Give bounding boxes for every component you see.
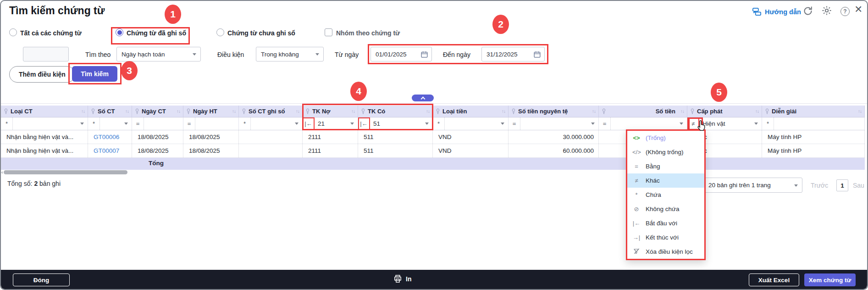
col-header-ngay-ct[interactable]: Ngày CT ↑↓	[132, 106, 183, 117]
col-header-cap-phat[interactable]: Cấp phát ↑↓	[687, 106, 762, 117]
menu-item-not-blank[interactable]: </> (Không trống)	[627, 145, 704, 159]
menu-item-clear-filter[interactable]: Xóa điều kiện lọc	[627, 245, 704, 259]
radio-posted-documents[interactable]	[116, 28, 123, 36]
filter-operator-contains[interactable]: *	[433, 117, 445, 130]
chevron-down-icon[interactable]	[350, 123, 354, 125]
dieu-kien-select[interactable]: Trong khoảng	[256, 47, 324, 61]
refresh-icon[interactable]	[802, 6, 813, 17]
gear-icon[interactable]	[821, 5, 832, 16]
chevron-down-icon[interactable]	[591, 123, 595, 125]
from-date-input[interactable]: 01/01/2025	[370, 47, 432, 61]
collapse-panel-button[interactable]	[412, 95, 434, 101]
filter-operator-equals[interactable]: =	[183, 117, 195, 130]
pin-icon[interactable]	[361, 108, 365, 114]
calendar-icon[interactable]	[533, 50, 541, 58]
sort-icon[interactable]: ↑↓	[680, 109, 684, 114]
col-header-tk-no[interactable]: TK Nợ ↑↓	[303, 106, 358, 117]
filter-operator-contains[interactable]: *	[762, 117, 774, 130]
page-size-select[interactable]: 20 bản ghi trên 1 trang	[703, 178, 802, 193]
sort-icon[interactable]: ↑↓	[296, 109, 299, 114]
sort-icon[interactable]: ↑↓	[858, 109, 862, 114]
pin-icon[interactable]	[690, 108, 695, 114]
sort-icon[interactable]: ↑↓	[592, 109, 596, 114]
pin-icon[interactable]	[135, 108, 139, 114]
filter-operator-contains[interactable]: *	[88, 117, 100, 130]
filter-loai-ct[interactable]: *	[1, 117, 88, 130]
filter-operator-contains[interactable]: *	[1, 117, 13, 130]
scroll-left-icon[interactable]	[1, 171, 3, 174]
search-value-input[interactable]	[23, 47, 69, 61]
filter-operator-equals[interactable]: =	[599, 117, 611, 130]
calendar-icon[interactable]	[420, 50, 428, 58]
prev-page-button[interactable]: Trước	[811, 182, 828, 189]
add-condition-button[interactable]: Thêm điều kiện	[9, 66, 75, 83]
filter-value[interactable]: Hiện vật	[699, 120, 725, 127]
sort-icon[interactable]: ↑↓	[177, 109, 180, 114]
filter-so-tien-nguyen-te[interactable]: =	[509, 117, 599, 130]
guide-link[interactable]: Hướng dẫn	[752, 7, 801, 17]
pin-icon[interactable]	[91, 108, 95, 114]
close-icon[interactable]: ×	[855, 2, 862, 17]
sort-icon[interactable]: ↑↓	[125, 109, 129, 114]
filter-loai-tien[interactable]: *	[433, 117, 509, 130]
filter-so-ct[interactable]: *	[88, 117, 132, 130]
table-row[interactable]: Nhận bằng hiện vật và... GT00007 18/08/2…	[1, 144, 865, 158]
view-document-button[interactable]: Xem chứng từ	[804, 273, 856, 286]
chevron-down-icon[interactable]	[680, 123, 683, 125]
filter-value[interactable]: 21	[315, 120, 325, 127]
sort-icon[interactable]: ↑↓	[81, 109, 85, 114]
filter-operator-equals[interactable]: =	[509, 117, 520, 130]
filter-ngay-ct[interactable]: =	[132, 117, 183, 130]
close-button[interactable]: Đóng	[13, 273, 70, 286]
col-header-loai-ct[interactable]: Loại CT ↑↓	[1, 106, 88, 117]
filter-operator-equals[interactable]: =	[132, 117, 144, 130]
menu-item-ends-with[interactable]: →| Kết thúc với	[627, 230, 704, 245]
menu-item-starts-with[interactable]: |← Bắt đầu với	[627, 216, 704, 230]
sort-icon[interactable]: ↑↓	[351, 109, 355, 114]
cell-so-ct-link[interactable]: GT00007	[88, 144, 132, 157]
filter-dien-giai[interactable]: *	[762, 117, 865, 130]
chevron-down-icon[interactable]	[501, 123, 504, 125]
filter-value[interactable]: 51	[370, 120, 380, 127]
horizontal-scrollbar[interactable]	[4, 170, 127, 174]
sort-icon[interactable]: ↑↓	[755, 109, 759, 114]
print-button[interactable]: In	[393, 274, 411, 283]
sort-icon[interactable]: ↑↓	[426, 109, 430, 114]
chevron-down-icon[interactable]	[124, 123, 128, 125]
radio-all-documents[interactable]	[9, 28, 17, 36]
menu-item-not-contains[interactable]: ⊘ Không chứa	[627, 202, 704, 216]
next-page-button[interactable]: Sau	[853, 182, 864, 189]
to-date-input[interactable]: 31/12/2025	[481, 47, 545, 61]
filter-operator-starts-with[interactable]: |←	[303, 117, 315, 130]
filter-so-tien[interactable]: =	[599, 117, 687, 130]
pin-icon[interactable]	[436, 108, 440, 114]
filter-tk-co[interactable]: |← 51	[358, 117, 433, 130]
filter-operator-contains[interactable]: *	[239, 117, 251, 130]
filter-so-ct-ghi-so[interactable]: *	[239, 117, 303, 130]
filter-operator-not-equal[interactable]: ≠	[687, 117, 699, 130]
menu-item-blank[interactable]: <> (Trống)	[627, 131, 704, 145]
group-by-document-checkbox[interactable]	[325, 28, 332, 36]
radio-unposted-documents[interactable]	[216, 28, 224, 36]
col-header-ngay-ht[interactable]: Ngày HT ↑↓	[183, 106, 239, 117]
pin-icon[interactable]	[186, 108, 191, 114]
export-excel-button[interactable]: Xuất Excel	[749, 273, 799, 286]
menu-item-equals[interactable]: = Bằng	[627, 159, 704, 173]
pin-icon[interactable]	[765, 108, 769, 114]
pin-icon[interactable]	[242, 108, 246, 114]
filter-ngay-ht[interactable]: =	[183, 117, 239, 130]
chevron-down-icon[interactable]	[295, 123, 299, 125]
pin-icon[interactable]	[602, 108, 606, 114]
tim-theo-select[interactable]: Ngày hạch toán	[116, 47, 201, 61]
table-row[interactable]: Nhận bằng hiện vật và... GT00006 18/08/2…	[1, 130, 865, 144]
col-header-so-tien[interactable]: Số tiền ↑↓	[599, 106, 687, 117]
col-header-so-tien-nguyen-te[interactable]: Số tiền nguyên tệ ↑↓	[509, 106, 599, 117]
chevron-down-icon[interactable]	[425, 123, 429, 125]
col-header-tk-co[interactable]: TK Có ↑↓	[358, 106, 433, 117]
menu-item-not-equal[interactable]: ≠ Khác	[627, 173, 704, 188]
chevron-down-icon[interactable]	[754, 123, 758, 125]
col-header-so-ct-ghi-so[interactable]: Số CT ghi sổ ↑↓	[239, 106, 303, 117]
current-page-box[interactable]: 1	[836, 179, 848, 191]
help-icon[interactable]: ?	[840, 7, 850, 16]
filter-tk-no[interactable]: |← 21	[303, 117, 358, 130]
